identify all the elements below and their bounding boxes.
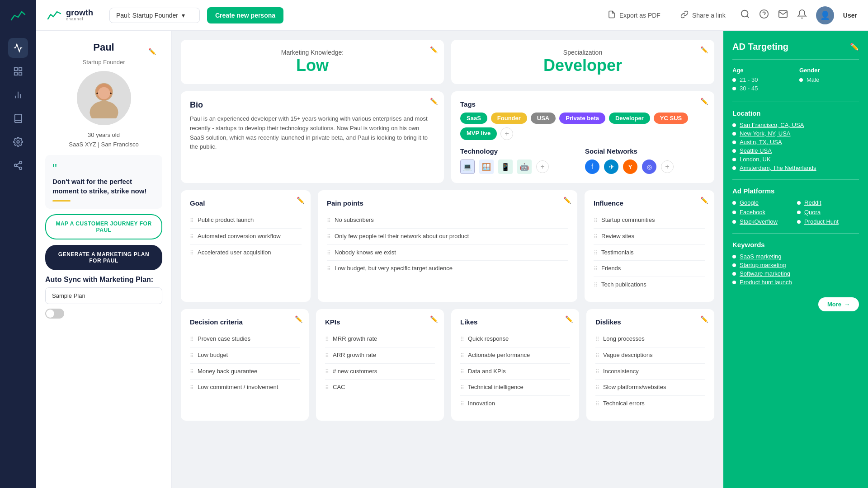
location-sf: San Francisco, CA, USA xyxy=(732,122,859,128)
goal-pain-influence-grid: ✏️ Goal ⠿ Public product launch ⠿ Automa… xyxy=(181,190,714,302)
tag-private-beta[interactable]: Private beta xyxy=(559,113,605,124)
platform-reddit: Reddit xyxy=(797,199,859,206)
edit-decision-criteria-icon[interactable]: ✏️ xyxy=(295,315,302,323)
tag-founder[interactable]: Founder xyxy=(491,113,527,124)
edit-specialization-icon[interactable]: ✏️ xyxy=(700,46,708,53)
drag-icon: ⠿ xyxy=(594,282,598,289)
edit-persona-name-icon[interactable]: ✏️ xyxy=(148,48,156,55)
pain-points-title: Pain points xyxy=(327,199,568,207)
drag-icon: ⠿ xyxy=(190,336,194,343)
kpi-item-4: ⠿CAC xyxy=(325,380,435,395)
tag-yc-sus[interactable]: YC SUS xyxy=(654,113,688,124)
toggle-knob xyxy=(46,310,54,318)
edit-pain-points-icon[interactable]: ✏️ xyxy=(563,197,571,204)
add-social-button[interactable]: + xyxy=(661,160,674,173)
specialization-card: ✏️ Specialization Developer xyxy=(451,40,714,84)
svg-rect-1 xyxy=(19,68,22,70)
edit-kpis-icon[interactable]: ✏️ xyxy=(430,315,438,323)
edit-goal-icon[interactable]: ✏️ xyxy=(297,197,304,204)
sidebar-item-home[interactable] xyxy=(8,38,28,58)
journey-button[interactable]: MAP A CUSTOMER JOURNEY FOR PAUL xyxy=(45,214,162,239)
dislike-item-4: ⠿Slow platforms/websites xyxy=(595,380,705,396)
sync-toggle[interactable] xyxy=(45,309,64,319)
marketing-knowledge-value: Low xyxy=(190,56,435,75)
search-icon[interactable] xyxy=(740,9,750,21)
edit-influence-icon[interactable]: ✏️ xyxy=(700,197,708,204)
drag-icon: ⠿ xyxy=(190,368,194,376)
age-label: Age xyxy=(732,67,792,74)
sidebar-item-share[interactable] xyxy=(8,155,28,175)
persona-selector[interactable]: Paul: Startup Founder ▾ xyxy=(109,8,200,23)
tag-mvp-live[interactable]: MVP live xyxy=(460,127,497,140)
sidebar-item-layout[interactable] xyxy=(8,61,28,81)
edit-likes-icon[interactable]: ✏️ xyxy=(565,315,573,323)
top-stat-cards: ✏️ Marketing Knowledge: Low ✏️ Specializ… xyxy=(181,40,714,84)
tag-saas[interactable]: SaaS xyxy=(460,113,487,124)
create-persona-button[interactable]: Create new persona xyxy=(207,7,283,23)
arrow-right-icon: → xyxy=(844,301,850,308)
age-gender-section: Age 21 - 30 30 - 45 Gender xyxy=(732,67,859,94)
content-area: Paul ✏️ Startup Founder 30 years old Saa… xyxy=(36,31,868,488)
sidebar-item-analytics[interactable] xyxy=(8,85,28,105)
svg-rect-2 xyxy=(19,72,22,75)
platform-producthunt: Product Hunt xyxy=(797,218,859,225)
gender-label: Gender xyxy=(799,67,859,74)
sidebar-item-book[interactable] xyxy=(8,108,28,128)
export-pdf-button[interactable]: Export as PDF xyxy=(602,7,666,23)
location-london: London, UK xyxy=(732,156,859,163)
drag-icon: ⠿ xyxy=(327,233,331,241)
add-tech-button[interactable]: + xyxy=(536,160,549,173)
tags-row: SaaS Founder USA Private beta Developer … xyxy=(460,113,705,140)
like-item-2: ⠿Actionable performance xyxy=(460,347,570,364)
user-avatar[interactable]: 👤 xyxy=(816,6,834,24)
drag-icon: ⠿ xyxy=(190,384,194,392)
laptop-icon: 💻 xyxy=(460,160,475,174)
share-link-button[interactable]: Share a link xyxy=(675,7,731,23)
location-ny: New York, NY, USA xyxy=(732,130,859,137)
quote-mark-icon: " xyxy=(52,162,155,175)
drag-icon: ⠿ xyxy=(460,368,464,376)
more-button[interactable]: More → xyxy=(818,297,859,311)
location-seattle: Seattle USA xyxy=(732,147,859,154)
quote-block: " Don't wait for the perfect moment to s… xyxy=(45,155,162,209)
dislikes-title: Dislikes xyxy=(595,318,705,326)
like-item-3: ⠿Data and KPIs xyxy=(460,364,570,380)
tag-developer[interactable]: Developer xyxy=(609,113,650,124)
like-item-5: ⠿Innovation xyxy=(460,396,570,412)
location-amsterdam: Amsterdam, The Netherlands xyxy=(732,164,859,171)
svg-point-20 xyxy=(98,87,110,99)
svg-point-13 xyxy=(741,10,748,17)
discord-icon[interactable]: ◎ xyxy=(642,160,656,174)
drag-icon: ⠿ xyxy=(460,336,464,343)
dislikes-card: ✏️ Dislikes ⠿Long processes ⠿Vague descr… xyxy=(586,309,714,421)
tag-usa[interactable]: USA xyxy=(531,113,556,124)
drag-icon: ⠿ xyxy=(325,352,329,360)
drag-icon: ⠿ xyxy=(327,265,331,273)
marketing-knowledge-card: ✏️ Marketing Knowledge: Low xyxy=(181,40,444,84)
mail-icon[interactable] xyxy=(778,9,788,21)
likes-card: ✏️ Likes ⠿Quick response ⠿Actionable per… xyxy=(451,309,579,421)
marketing-plan-button[interactable]: GENERATE A MARKETING PLAN FOR PAUL xyxy=(45,245,162,270)
social-icons-row: f ✈ Y ◎ + xyxy=(585,160,705,174)
ycombinator-icon[interactable]: Y xyxy=(623,160,637,174)
kpi-item-3: ⠿# new customers xyxy=(325,364,435,380)
edit-dislikes-icon[interactable]: ✏️ xyxy=(700,315,708,323)
persona-avatar xyxy=(77,71,131,125)
edit-bio-icon[interactable]: ✏️ xyxy=(430,98,438,105)
influence-item-3: ⠿ Testimonials xyxy=(594,245,705,261)
age-dot-2 xyxy=(732,87,736,90)
help-icon[interactable] xyxy=(759,9,769,21)
edit-tags-icon[interactable]: ✏️ xyxy=(700,98,708,105)
edit-marketing-knowledge-icon[interactable]: ✏️ xyxy=(430,46,438,53)
keywords-section: Keywords SaaS marketing Startup marketin… xyxy=(732,241,859,286)
drag-icon: ⠿ xyxy=(594,265,598,273)
sync-plan-select[interactable]: Sample Plan xyxy=(45,287,162,304)
age-column: Age 21 - 30 30 - 45 xyxy=(732,67,792,94)
add-tag-button[interactable]: + xyxy=(500,127,513,140)
telegram-icon[interactable]: ✈ xyxy=(604,160,618,174)
edit-ad-targeting-icon[interactable]: ✏️ xyxy=(850,42,859,51)
sidebar-item-settings[interactable] xyxy=(8,132,28,152)
ad-divider xyxy=(732,59,859,60)
facebook-icon[interactable]: f xyxy=(585,160,599,174)
notification-icon[interactable] xyxy=(797,9,807,21)
